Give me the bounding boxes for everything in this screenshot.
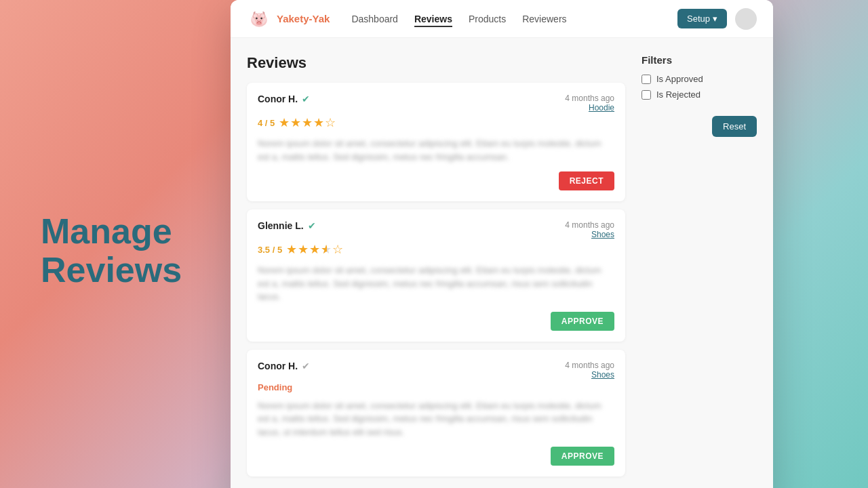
nav-reviews[interactable]: Reviews — [414, 11, 452, 27]
review-header: Glennie L. ✔ 4 months ago Shoes — [258, 220, 614, 239]
review-product[interactable]: Shoes — [565, 230, 614, 239]
stars: ★★★★☆ — [279, 115, 336, 130]
review-meta-right: 4 months ago Shoes — [565, 361, 614, 380]
reject-button[interactable]: REJECT — [559, 171, 614, 190]
app-window: Yakety-Yak Dashboard Reviews Products Re… — [231, 0, 773, 488]
reviews-section: Reviews Conor H. ✔ 4 months ago Hoodie 4… — [247, 54, 625, 485]
review-time: 4 months ago — [565, 361, 614, 370]
verified-icon: ✔ — [302, 361, 310, 371]
stars: ★★★★★☆ — [286, 242, 344, 257]
reviewer-info: Glennie L. ✔ — [258, 220, 316, 231]
brand-name: Yakety-Yak — [277, 13, 330, 24]
review-meta-right: 4 months ago Hoodie — [565, 94, 614, 113]
brand[interactable]: Yakety-Yak — [247, 7, 330, 31]
reviewer-name: Conor H. — [258, 94, 298, 104]
review-product[interactable]: Shoes — [565, 370, 614, 380]
verified-icon: ✔ — [308, 220, 316, 231]
approve-button[interactable]: APPROVE — [551, 312, 614, 331]
filter-approved[interactable]: Is Approved — [642, 74, 757, 84]
review-meta-right: 4 months ago Shoes — [565, 220, 614, 239]
filter-rejected-checkbox[interactable] — [642, 90, 651, 100]
filter-approved-checkbox[interactable] — [642, 75, 651, 84]
svg-point-9 — [260, 17, 262, 19]
review-header: Conor H. ✔ 4 months ago Shoes — [258, 361, 614, 380]
filter-rejected[interactable]: Is Rejected — [642, 89, 757, 100]
setup-button[interactable]: Setup ▾ — [677, 9, 727, 28]
review-body: Norem ipsum dolor sit amet, consectetur … — [258, 399, 614, 439]
svg-point-7 — [260, 22, 261, 23]
filter-rejected-label: Is Rejected — [656, 89, 701, 100]
nav-products[interactable]: Products — [469, 11, 506, 27]
rating-text: 3.5 / 5 — [258, 245, 282, 255]
svg-point-5 — [256, 21, 262, 24]
svg-point-6 — [257, 22, 258, 23]
rating-row: 4 / 5 ★★★★☆ — [258, 115, 614, 130]
rating-text: 4 / 5 — [258, 118, 275, 128]
review-actions: REJECT — [258, 171, 614, 190]
reviewer-name: Conor H. — [258, 361, 298, 371]
avatar[interactable] — [735, 8, 757, 30]
review-product[interactable]: Hoodie — [565, 103, 614, 113]
main-content: Reviews Conor H. ✔ 4 months ago Hoodie 4… — [231, 38, 773, 488]
nav-links: Dashboard Reviews Products Reviewers — [351, 11, 677, 27]
review-card: Glennie L. ✔ 4 months ago Shoes 3.5 / 5 … — [247, 209, 625, 342]
review-card: Conor H. ✔ 4 months ago Shoes Pending No… — [247, 350, 625, 477]
filters-sidebar: Filters Is Approved Is Rejected Reset — [642, 54, 757, 485]
page-title: Reviews — [247, 54, 625, 72]
pending-status: Pending — [258, 382, 614, 392]
review-actions: APPROVE — [258, 312, 614, 331]
brand-logo-icon — [247, 7, 271, 31]
filters-title: Filters — [642, 54, 757, 66]
review-header: Conor H. ✔ 4 months ago Hoodie — [258, 94, 614, 113]
review-time: 4 months ago — [565, 220, 614, 230]
reviewer-info: Conor H. ✔ — [258, 94, 310, 104]
review-body: Norem ipsum dolor sit amet, consectetur … — [258, 264, 614, 304]
review-actions: APPROVE — [258, 447, 614, 466]
filter-approved-label: Is Approved — [656, 74, 703, 84]
review-body: Norem ipsum dolor sit amet, consectetur … — [258, 137, 614, 163]
reset-button[interactable]: Reset — [712, 116, 757, 137]
verified-icon: ✔ — [302, 94, 310, 104]
navbar: Yakety-Yak Dashboard Reviews Products Re… — [231, 0, 773, 38]
approve-button[interactable]: APPROVE — [551, 447, 614, 466]
reviewer-name: Glennie L. — [258, 220, 304, 231]
nav-right: Setup ▾ — [677, 8, 757, 30]
hero-text: Manage Reviews — [41, 211, 258, 289]
reviewer-info: Conor H. ✔ — [258, 361, 310, 371]
rating-row: 3.5 / 5 ★★★★★☆ — [258, 242, 614, 257]
svg-point-8 — [256, 17, 258, 19]
nav-dashboard[interactable]: Dashboard — [351, 11, 398, 27]
review-time: 4 months ago — [565, 94, 614, 103]
nav-reviewers[interactable]: Reviewers — [522, 11, 566, 27]
review-card: Conor H. ✔ 4 months ago Hoodie 4 / 5 ★★★… — [247, 83, 625, 201]
